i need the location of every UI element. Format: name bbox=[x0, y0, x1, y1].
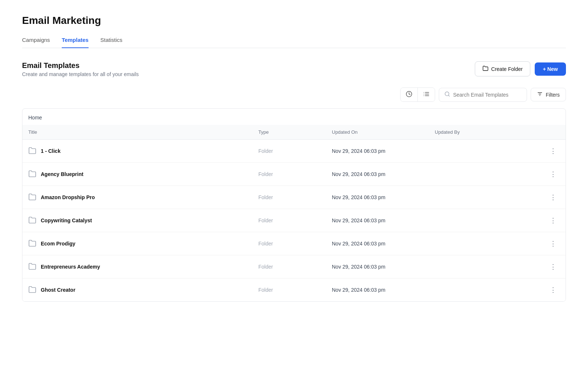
cell-type-2: Folder bbox=[258, 194, 332, 200]
cell-title-5: Entrepreneurs Academy bbox=[28, 262, 258, 272]
cell-actions-6: ⋮ bbox=[538, 284, 560, 295]
filter-icon bbox=[537, 91, 543, 98]
cell-date-2: Nov 29, 2024 06:03 pm bbox=[332, 194, 435, 200]
col-header-title: Title bbox=[28, 129, 258, 135]
cell-actions-4: ⋮ bbox=[538, 238, 560, 249]
header-actions: Create Folder + New bbox=[475, 61, 566, 76]
cell-date-5: Nov 29, 2024 06:03 pm bbox=[332, 264, 435, 270]
breadcrumb-home: Home bbox=[22, 112, 566, 123]
folder-icon-0 bbox=[28, 147, 36, 156]
col-header-actions bbox=[538, 129, 560, 135]
page-container: Email Marketing Campaigns Templates Stat… bbox=[0, 0, 588, 388]
folder-icon-5 bbox=[28, 262, 36, 272]
tab-campaigns[interactable]: Campaigns bbox=[22, 37, 50, 48]
folder-icon-6 bbox=[28, 285, 36, 295]
cell-title-4: Ecom Prodigy bbox=[28, 239, 258, 248]
folder-icon-1 bbox=[28, 170, 36, 179]
tabs-nav: Campaigns Templates Statistics bbox=[22, 37, 566, 48]
more-actions-button-6[interactable]: ⋮ bbox=[547, 284, 560, 295]
cell-title-0: 1 - Click bbox=[28, 147, 258, 156]
toolbar: Filters bbox=[22, 87, 566, 102]
cell-date-1: Nov 29, 2024 06:03 pm bbox=[332, 171, 435, 177]
col-header-updated-on: Updated On bbox=[332, 129, 435, 135]
cell-actions-1: ⋮ bbox=[538, 169, 560, 180]
cell-type-1: Folder bbox=[258, 171, 332, 177]
more-actions-button-2[interactable]: ⋮ bbox=[547, 192, 560, 203]
cell-actions-0: ⋮ bbox=[538, 146, 560, 157]
more-actions-button-4[interactable]: ⋮ bbox=[547, 238, 560, 249]
cell-date-0: Nov 29, 2024 06:03 pm bbox=[332, 148, 435, 154]
tab-templates[interactable]: Templates bbox=[62, 37, 89, 48]
folder-icon-4 bbox=[28, 239, 36, 248]
col-header-updated-by: Updated By bbox=[435, 129, 538, 135]
row-title-5: Entrepreneurs Academy bbox=[41, 264, 100, 270]
list-icon bbox=[423, 91, 430, 98]
cell-title-2: Amazon Dropship Pro bbox=[28, 193, 258, 202]
row-title-1: Agency Blueprint bbox=[41, 171, 83, 177]
filters-button[interactable]: Filters bbox=[531, 88, 566, 101]
table-row[interactable]: Copywriting Catalyst Folder Nov 29, 2024… bbox=[22, 209, 566, 232]
table-row[interactable]: Ecom Prodigy Folder Nov 29, 2024 06:03 p… bbox=[22, 232, 566, 255]
clock-icon bbox=[406, 91, 412, 98]
table-row[interactable]: 1 - Click Folder Nov 29, 2024 06:03 pm ⋮ bbox=[22, 140, 566, 163]
cell-actions-5: ⋮ bbox=[538, 261, 560, 272]
table-row[interactable]: Amazon Dropship Pro Folder Nov 29, 2024 … bbox=[22, 186, 566, 209]
clock-view-button[interactable] bbox=[401, 88, 418, 101]
cell-title-6: Ghost Creator bbox=[28, 285, 258, 295]
cell-actions-2: ⋮ bbox=[538, 192, 560, 203]
table-row[interactable]: Ghost Creator Folder Nov 29, 2024 06:03 … bbox=[22, 279, 566, 301]
cell-actions-3: ⋮ bbox=[538, 215, 560, 226]
col-header-type: Type bbox=[258, 129, 332, 135]
cell-title-1: Agency Blueprint bbox=[28, 170, 258, 179]
more-actions-button-5[interactable]: ⋮ bbox=[547, 261, 560, 272]
more-actions-button-0[interactable]: ⋮ bbox=[547, 146, 560, 157]
row-title-4: Ecom Prodigy bbox=[41, 241, 75, 247]
row-title-3: Copywriting Catalyst bbox=[41, 218, 92, 223]
list-view-button[interactable] bbox=[418, 88, 435, 101]
cell-title-3: Copywriting Catalyst bbox=[28, 216, 258, 225]
search-input[interactable] bbox=[453, 92, 521, 98]
section-subtitle: Create and manage templates for all of y… bbox=[22, 71, 139, 77]
table-row[interactable]: Entrepreneurs Academy Folder Nov 29, 202… bbox=[22, 255, 566, 279]
cell-type-3: Folder bbox=[258, 218, 332, 223]
row-title-6: Ghost Creator bbox=[41, 287, 75, 293]
email-templates-table: Home Title Type Updated On Updated By 1 … bbox=[22, 108, 566, 302]
row-title-2: Amazon Dropship Pro bbox=[41, 194, 95, 200]
section-header: Email Templates Create and manage templa… bbox=[22, 61, 566, 77]
cell-date-3: Nov 29, 2024 06:03 pm bbox=[332, 218, 435, 223]
create-folder-button[interactable]: Create Folder bbox=[475, 61, 531, 76]
search-box[interactable] bbox=[439, 88, 527, 102]
folder-icon-3 bbox=[28, 216, 36, 225]
breadcrumb-section: Home bbox=[22, 109, 566, 123]
search-icon bbox=[444, 91, 450, 98]
new-button[interactable]: + New bbox=[535, 62, 566, 76]
cell-type-4: Folder bbox=[258, 241, 332, 247]
table-body: 1 - Click Folder Nov 29, 2024 06:03 pm ⋮… bbox=[22, 140, 566, 301]
more-actions-button-3[interactable]: ⋮ bbox=[547, 215, 560, 226]
svg-line-8 bbox=[448, 95, 449, 96]
section-info: Email Templates Create and manage templa… bbox=[22, 61, 139, 77]
view-toggle bbox=[400, 87, 435, 102]
folder-icon-2 bbox=[28, 193, 36, 202]
row-title-0: 1 - Click bbox=[41, 148, 61, 154]
folder-icon bbox=[483, 65, 488, 72]
page-title: Email Marketing bbox=[22, 15, 566, 26]
cell-type-5: Folder bbox=[258, 264, 332, 270]
cell-type-6: Folder bbox=[258, 287, 332, 293]
tab-statistics[interactable]: Statistics bbox=[100, 37, 122, 48]
cell-type-0: Folder bbox=[258, 148, 332, 154]
table-header: Title Type Updated On Updated By bbox=[22, 125, 566, 140]
section-title: Email Templates bbox=[22, 61, 139, 70]
cell-date-4: Nov 29, 2024 06:03 pm bbox=[332, 241, 435, 247]
more-actions-button-1[interactable]: ⋮ bbox=[547, 169, 560, 180]
table-row[interactable]: Agency Blueprint Folder Nov 29, 2024 06:… bbox=[22, 163, 566, 186]
cell-date-6: Nov 29, 2024 06:03 pm bbox=[332, 287, 435, 293]
